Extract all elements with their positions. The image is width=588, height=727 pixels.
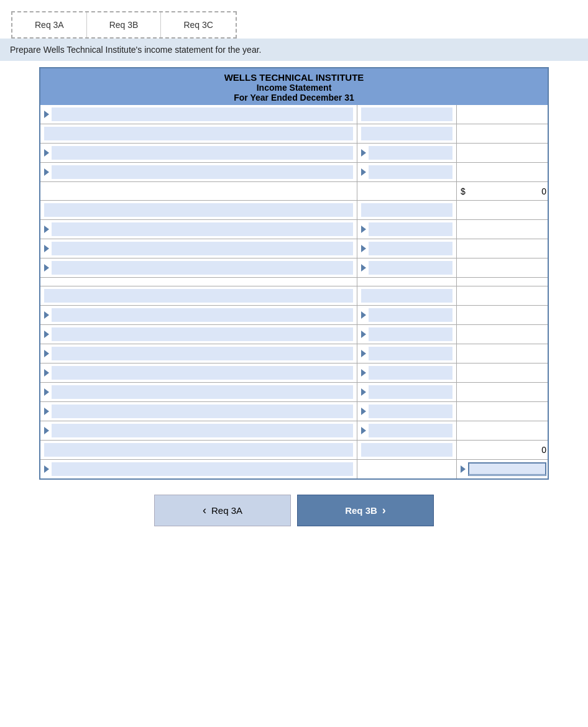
- arrow-icon-last-right: [461, 465, 466, 473]
- table-row: [40, 286, 548, 306]
- label-input-16[interactable]: [52, 405, 353, 418]
- label-cell-18: [40, 441, 357, 459]
- mid-input-15[interactable]: [369, 385, 452, 399]
- arrow-icon-16: [44, 408, 49, 415]
- right-cell-4: [457, 163, 550, 181]
- prev-button[interactable]: Req 3A: [154, 495, 291, 526]
- arrow-icon-15b: [361, 388, 366, 396]
- arrow-icon-12: [44, 331, 49, 338]
- mid-input-2[interactable]: [361, 127, 452, 140]
- table-row: [40, 220, 548, 239]
- mid-input-7[interactable]: [369, 222, 452, 236]
- tab-req3c[interactable]: Req 3C: [161, 12, 235, 37]
- arrow-icon-last: [44, 465, 49, 473]
- mid-input-1[interactable]: [361, 107, 452, 121]
- arrow-icon-17: [44, 427, 49, 434]
- mid-cell-5: [357, 182, 457, 200]
- label-input-6[interactable]: [44, 203, 353, 217]
- arrow-icon-13b: [361, 350, 366, 357]
- label-input-2[interactable]: [44, 127, 353, 140]
- right-cell-6: [457, 201, 550, 219]
- label-cell-12: [40, 325, 357, 344]
- final-value-input[interactable]: [468, 462, 546, 476]
- label-input-4[interactable]: [52, 165, 353, 179]
- label-input-13[interactable]: [52, 347, 353, 360]
- label-input-14[interactable]: [52, 366, 353, 380]
- label-input-17[interactable]: [52, 424, 353, 437]
- mid-input-17[interactable]: [369, 424, 452, 437]
- label-cell-10: [40, 286, 357, 305]
- mid-input-8[interactable]: [369, 242, 452, 255]
- table-row: [40, 163, 548, 182]
- right-cell-sep1: [457, 278, 550, 286]
- arrow-icon-3b: [361, 149, 366, 157]
- mid-input-14[interactable]: [369, 366, 452, 380]
- label-input-8[interactable]: [52, 242, 353, 255]
- table-row: [40, 364, 548, 383]
- label-input-18[interactable]: [44, 443, 353, 457]
- label-input-3[interactable]: [52, 146, 353, 160]
- mid-input-13[interactable]: [369, 347, 452, 360]
- arrow-icon-4: [44, 168, 49, 176]
- statement-title: WELLS TECHNICAL INSTITUTE: [40, 72, 548, 83]
- next-button[interactable]: Req 3B: [297, 495, 434, 526]
- mid-cell-13: [357, 344, 457, 363]
- right-cell-11: [457, 306, 550, 324]
- mid-input-9[interactable]: [369, 261, 452, 275]
- label-input-11[interactable]: [52, 308, 353, 322]
- mid-input-12[interactable]: [369, 327, 452, 341]
- mid-input-6[interactable]: [361, 203, 452, 217]
- main-content: WELLS TECHNICAL INSTITUTE Income Stateme…: [0, 61, 588, 533]
- label-input-last[interactable]: [52, 462, 353, 476]
- right-cell-3: [457, 144, 550, 162]
- nav-buttons: Req 3A Req 3B: [11, 495, 577, 526]
- label-input-1[interactable]: [52, 107, 353, 121]
- table-row-total: 0: [40, 441, 548, 460]
- income-statement-table: WELLS TECHNICAL INSTITUTE Income Stateme…: [39, 67, 549, 480]
- label-cell-4: [40, 163, 357, 181]
- tab-req3a[interactable]: Req 3A: [12, 12, 87, 37]
- right-cell-17: [457, 421, 550, 440]
- right-cell-7: [457, 220, 550, 239]
- label-input-10[interactable]: [44, 289, 353, 303]
- mid-cell-15: [357, 383, 457, 401]
- label-cell-15: [40, 383, 357, 401]
- right-cell-10: [457, 286, 550, 305]
- arrow-icon-1: [44, 111, 49, 118]
- mid-input-3[interactable]: [369, 146, 452, 160]
- arrow-icon-8b: [361, 245, 366, 252]
- table-row: [40, 258, 548, 278]
- mid-input-16[interactable]: [369, 405, 452, 418]
- mid-input-11[interactable]: [369, 308, 452, 322]
- arrow-icon-12b: [361, 331, 366, 338]
- tab-req3b[interactable]: Req 3B: [87, 12, 162, 37]
- mid-input-4[interactable]: [369, 165, 452, 179]
- mid-cell-last: [357, 460, 457, 478]
- right-cell-14: [457, 364, 550, 382]
- label-input-12[interactable]: [52, 327, 353, 341]
- table-row-dollar: $ 0: [40, 182, 548, 201]
- arrow-icon-17b: [361, 427, 366, 434]
- label-input-15[interactable]: [52, 385, 353, 399]
- mid-cell-6: [357, 201, 457, 219]
- mid-cell-3: [357, 144, 457, 162]
- label-cell-3: [40, 144, 357, 162]
- label-input-7[interactable]: [52, 222, 353, 236]
- statement-body: $ 0: [40, 105, 548, 478]
- mid-input-10[interactable]: [361, 289, 452, 303]
- label-input-9[interactable]: [52, 261, 353, 275]
- table-row: [40, 325, 548, 344]
- mid-cell-17: [357, 421, 457, 440]
- table-row: [40, 144, 548, 163]
- next-button-label: Req 3B: [345, 505, 377, 516]
- label-cell-6: [40, 201, 357, 219]
- statement-period: For Year Ended December 31: [40, 93, 548, 103]
- arrow-icon-11b: [361, 311, 366, 319]
- right-cell-last: [457, 460, 550, 478]
- label-cell-11: [40, 306, 357, 324]
- table-row: [40, 201, 548, 220]
- arrow-icon-16b: [361, 408, 366, 415]
- mid-input-18[interactable]: [361, 443, 452, 457]
- table-row: [40, 239, 548, 258]
- mid-cell-18: [357, 441, 457, 459]
